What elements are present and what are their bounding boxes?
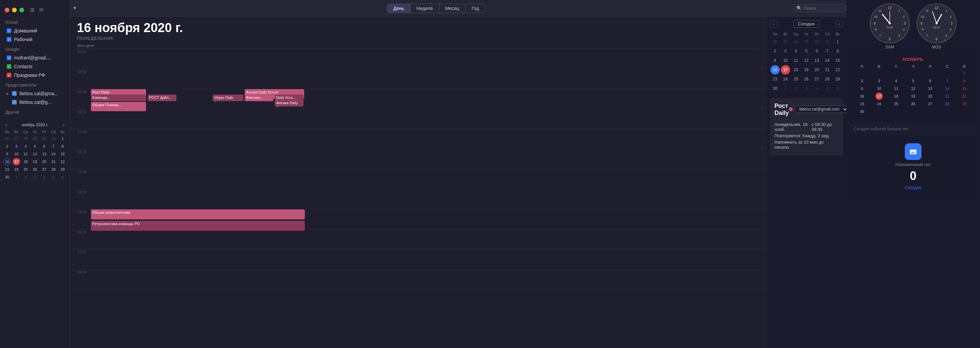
nov-day[interactable]: 4 [892, 77, 900, 84]
mini-cal-day[interactable]: 13 [40, 150, 48, 157]
month-grid-day[interactable]: 8 [833, 46, 842, 56]
mini-cal-day[interactable]: 4 [22, 143, 29, 150]
mini-cal-day[interactable]: 27 [13, 135, 20, 142]
mini-cal-day[interactable]: 27 [40, 166, 48, 173]
nov-day[interactable]: 5 [910, 77, 917, 84]
mini-cal-day[interactable]: 6 [40, 143, 48, 150]
nov-day[interactable]: 22 [961, 92, 968, 100]
today-button[interactable]: Сегодня [793, 20, 820, 28]
mini-cal-day[interactable]: 5 [50, 173, 57, 181]
nov-day[interactable]: 11 [892, 85, 900, 92]
mini-cal-day[interactable]: 5 [31, 143, 38, 150]
mini-cal-day[interactable]: 1 [13, 173, 20, 181]
month-grid-day[interactable]: 4 [791, 46, 800, 56]
month-grid-day[interactable]: 14 [822, 56, 832, 65]
nov-day[interactable]: 2 [858, 77, 866, 84]
event-block[interactable]: Фиксики... [245, 95, 274, 101]
month-grid-day[interactable]: 22 [833, 65, 842, 75]
checkbox-holidays[interactable]: ✓ [7, 73, 11, 78]
mini-cal-day[interactable]: 10 [13, 150, 20, 157]
month-grid-day[interactable]: 2 [770, 46, 780, 56]
month-grid-day[interactable]: 3 [802, 84, 811, 93]
search-input[interactable] [804, 6, 843, 11]
checkbox-pred2[interactable]: ✓ [12, 100, 17, 105]
mini-cal-day[interactable]: 1 [59, 135, 67, 142]
mini-cal-day[interactable]: 23 [3, 166, 11, 173]
nov-day[interactable]: 17 [875, 92, 883, 100]
month-grid-day[interactable]: 28 [791, 37, 800, 46]
month-grid-day[interactable]: 31 [822, 37, 832, 46]
month-grid-day[interactable]: 27 [812, 75, 822, 84]
nov-day[interactable]: 15 [961, 85, 968, 92]
month-grid-day[interactable]: 17 [781, 65, 790, 75]
minimize-button[interactable] [12, 8, 17, 12]
nov-day[interactable]: 26 [910, 100, 917, 108]
sidebar-item-holidays[interactable]: ✓ Праздники РФ [2, 71, 68, 79]
nov-day[interactable]: 21 [943, 92, 951, 100]
checkbox-work[interactable]: ✓ [7, 37, 11, 42]
checkbox-pred1[interactable]: ✓ [12, 91, 17, 96]
mini-cal-day[interactable]: 30 [3, 173, 11, 181]
nov-day[interactable]: 12 [910, 85, 917, 92]
mini-cal-day[interactable]: 12 [31, 150, 38, 157]
mini-cal-day[interactable]: 20 [40, 158, 48, 165]
month-grid-day[interactable]: 10 [781, 56, 790, 65]
time-slot[interactable] [90, 229, 766, 249]
nov-day[interactable]: 23 [858, 100, 866, 108]
nov-day[interactable]: 13 [926, 85, 934, 92]
mini-cal-day[interactable]: 29 [31, 135, 38, 142]
nov-day[interactable]: 9 [858, 85, 866, 92]
time-slot[interactable] [90, 109, 766, 129]
nov-day[interactable]: 14 [943, 85, 951, 92]
month-grid-day[interactable]: 11 [791, 56, 800, 65]
time-slot[interactable] [90, 69, 766, 89]
nov-day[interactable]: 18 [892, 92, 900, 100]
mini-cal-day[interactable]: 21 [50, 158, 57, 165]
add-event-button[interactable]: + [70, 3, 80, 13]
mini-cal-day[interactable]: 26 [3, 135, 11, 142]
nov-day[interactable]: 7 [943, 77, 951, 84]
close-button[interactable] [5, 8, 10, 12]
month-grid-day[interactable]: 30 [812, 37, 822, 46]
sidebar-item-pred1[interactable]: ▸ ✓ litebox.cal@gma... [2, 89, 68, 97]
month-grid-day[interactable]: 30 [770, 84, 780, 93]
mini-cal-day[interactable]: 19 [31, 158, 38, 165]
mini-cal-day[interactable]: 17 [13, 158, 20, 165]
sidebar-item-home[interactable]: ✓ Домашний [2, 27, 68, 35]
nov-day[interactable]: 29 [961, 100, 968, 108]
nov-day[interactable]: 25 [892, 100, 900, 108]
nov-day[interactable]: 10 [875, 85, 883, 92]
event-block[interactable]: Ретроспектива команды РО [91, 221, 305, 231]
month-grid-day[interactable]: 6 [812, 46, 822, 56]
grid-icon[interactable]: ⊞ [30, 7, 34, 13]
month-grid-day[interactable]: 27 [781, 37, 790, 46]
event-block[interactable]: Общая ретроспектива [91, 210, 305, 219]
month-grid-day[interactable]: 29 [833, 75, 842, 84]
mini-cal-day[interactable]: 2 [3, 143, 11, 150]
mini-cal-day[interactable]: 11 [22, 150, 29, 157]
month-grid-day[interactable]: 13 [812, 56, 822, 65]
nov-day[interactable]: 24 [875, 100, 883, 108]
fullscreen-button[interactable] [19, 8, 24, 12]
mini-cal-day[interactable]: 6 [59, 173, 67, 181]
mini-cal-day[interactable]: 9 [3, 150, 11, 157]
tab-year[interactable]: Год [466, 4, 485, 13]
event-block[interactable]: Фисики Daily S... [275, 100, 304, 106]
mini-cal-day[interactable]: 18 [22, 158, 29, 165]
mini-cal-day[interactable]: 7 [50, 143, 57, 150]
month-grid-day[interactable]: 15 [833, 56, 842, 65]
month-grid-day[interactable]: 7 [822, 46, 832, 56]
nov-day[interactable]: 20 [926, 92, 934, 100]
month-prev-btn[interactable]: ‹ [770, 21, 778, 28]
mini-cal-day[interactable]: 8 [59, 143, 67, 150]
month-grid-day[interactable]: 1 [833, 37, 842, 46]
month-grid-day[interactable]: 1 [781, 84, 790, 93]
mini-cal-day[interactable]: 2 [22, 173, 29, 181]
mini-cal-day[interactable]: 14 [50, 150, 57, 157]
month-grid-day[interactable]: 26 [802, 75, 811, 84]
nov-day[interactable]: 6 [926, 77, 934, 84]
month-grid-day[interactable]: 26 [770, 37, 780, 46]
time-slot[interactable] [90, 49, 766, 69]
mini-cal-day[interactable]: 4 [40, 173, 48, 181]
mini-cal-day[interactable]: 3 [31, 173, 38, 181]
